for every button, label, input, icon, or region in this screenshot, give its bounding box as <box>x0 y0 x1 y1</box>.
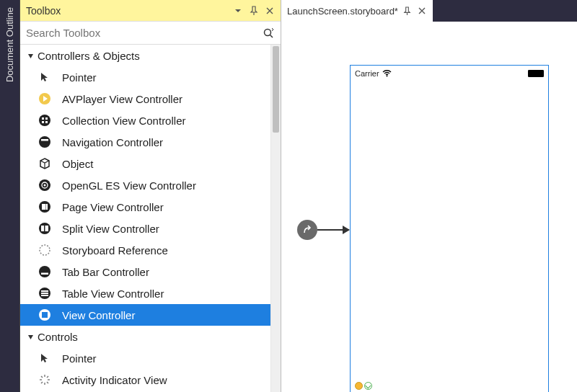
svg-point-19 <box>39 266 50 277</box>
tab-label: LaunchScreen.storyboard* <box>287 6 398 17</box>
scrollbar[interactable] <box>270 45 281 392</box>
page-icon <box>38 200 52 214</box>
tabbar-icon <box>38 264 52 279</box>
collapse-icon <box>26 332 35 341</box>
toolbox-item[interactable]: Collection View Controller <box>20 110 270 131</box>
opengl-icon <box>38 178 52 192</box>
svg-rect-26 <box>42 312 48 318</box>
avplayer-icon <box>38 92 52 106</box>
item-label: Page View Controller <box>62 201 270 213</box>
svg-point-2 <box>39 115 50 126</box>
toolbox-header: Toolbox <box>20 0 281 22</box>
item-label: Storyboard Reference <box>62 244 270 257</box>
scene-dot-icon <box>355 382 363 390</box>
group-header[interactable]: Controllers & Objects <box>20 45 270 66</box>
svg-point-36 <box>386 76 387 77</box>
tab-pin-icon[interactable] <box>402 6 413 16</box>
item-label: Navigation Controller <box>62 136 270 148</box>
item-label: Pointer <box>62 352 270 365</box>
toolbox-item[interactable]: OpenGL ES View Controller <box>20 174 270 196</box>
item-label: OpenGL ES View Controller <box>62 179 270 192</box>
group-label: Controllers & Objects <box>38 50 140 62</box>
design-canvas[interactable]: Carrier <box>281 22 577 392</box>
search-icon[interactable] <box>260 25 276 41</box>
object-icon <box>38 156 52 171</box>
svg-rect-16 <box>41 226 44 231</box>
toolbox-item[interactable]: View Controller <box>20 304 270 326</box>
toolbox-item[interactable]: Pointer <box>20 347 270 369</box>
svg-point-15 <box>39 223 50 234</box>
activity-icon <box>38 373 52 387</box>
arrow-icon <box>317 229 349 231</box>
toolbox-item[interactable]: Pointer <box>20 66 270 88</box>
navigation-icon <box>38 135 52 149</box>
svg-line-31 <box>41 376 43 378</box>
toolbox-list: Controllers & ObjectsPointerAVPlayer Vie… <box>20 45 270 392</box>
svg-rect-4 <box>45 117 48 120</box>
svg-point-7 <box>39 136 50 148</box>
view-icon <box>38 308 52 322</box>
svg-line-32 <box>47 382 48 383</box>
svg-line-33 <box>41 382 43 383</box>
svg-point-18 <box>40 245 50 255</box>
document-tabbar: LaunchScreen.storyboard* <box>281 0 577 22</box>
svg-rect-23 <box>41 293 48 294</box>
scrollbar-thumb[interactable] <box>273 46 279 133</box>
toolbox-item[interactable]: Activity Indicator View <box>20 369 270 391</box>
toolbox-item[interactable]: Split View Controller <box>20 218 270 239</box>
toolbox-item[interactable]: Object <box>20 153 270 174</box>
search-input[interactable] <box>26 27 260 39</box>
close-icon[interactable] <box>263 4 276 17</box>
item-label: View Controller <box>62 309 270 321</box>
tab-launchscreen[interactable]: LaunchScreen.storyboard* <box>281 0 433 22</box>
svg-rect-6 <box>45 121 48 123</box>
svg-rect-13 <box>42 204 45 210</box>
item-label: AVPlayer View Controller <box>62 93 270 105</box>
scene-indicators <box>355 382 372 390</box>
phone-frame[interactable]: Carrier <box>350 65 549 392</box>
entry-point-arrow[interactable] <box>297 220 349 240</box>
toolbox-item[interactable]: Navigation Controller <box>20 131 270 153</box>
item-label: Activity Indicator View <box>62 374 270 386</box>
table-icon <box>38 286 52 300</box>
toolbox-panel: Toolbox Controllers & ObjectsPointerAVPl… <box>20 0 281 392</box>
scene-check-icon <box>364 382 372 390</box>
dropdown-icon[interactable] <box>232 4 245 17</box>
item-label: Table View Controller <box>62 288 270 300</box>
svg-point-11 <box>44 184 46 187</box>
pointer-icon <box>38 70 52 84</box>
pin-icon[interactable] <box>247 4 260 17</box>
battery-icon <box>528 70 544 77</box>
item-label: Split View Controller <box>62 223 270 235</box>
svg-rect-24 <box>41 295 48 296</box>
toolbox-item[interactable]: Table View Controller <box>20 282 270 304</box>
svg-rect-22 <box>41 290 48 292</box>
wifi-icon <box>382 70 392 77</box>
designer-panel: LaunchScreen.storyboard* Carrier <box>281 0 577 392</box>
carrier-label: Carrier <box>355 69 392 78</box>
toolbox-item[interactable]: Storyboard Reference <box>20 239 270 261</box>
svg-rect-20 <box>41 273 48 275</box>
toolbox-item[interactable]: AVPlayer View Controller <box>20 88 270 110</box>
document-outline-tab[interactable]: Document Outline <box>0 0 20 392</box>
split-icon <box>38 221 52 236</box>
svg-line-34 <box>47 376 48 378</box>
toolbox-search <box>20 22 281 45</box>
svg-point-0 <box>265 29 271 35</box>
pointer-icon <box>38 351 52 365</box>
svg-rect-17 <box>45 226 49 231</box>
item-label: Tab Bar Controller <box>62 266 270 278</box>
svg-rect-3 <box>42 117 44 120</box>
toolbox-title: Toolbox <box>26 5 229 17</box>
toolbox-item[interactable]: Page View Controller <box>20 196 270 218</box>
item-label: Collection View Controller <box>62 115 270 127</box>
group-header[interactable]: Controls <box>20 326 270 347</box>
tab-close-icon[interactable] <box>417 6 427 16</box>
svg-rect-5 <box>42 121 44 123</box>
status-bar: Carrier <box>351 66 548 81</box>
item-label: Pointer <box>62 71 270 84</box>
collection-icon <box>38 113 52 128</box>
collapse-icon <box>26 51 35 60</box>
item-label: Object <box>62 158 270 170</box>
toolbox-item[interactable]: Tab Bar Controller <box>20 261 270 282</box>
